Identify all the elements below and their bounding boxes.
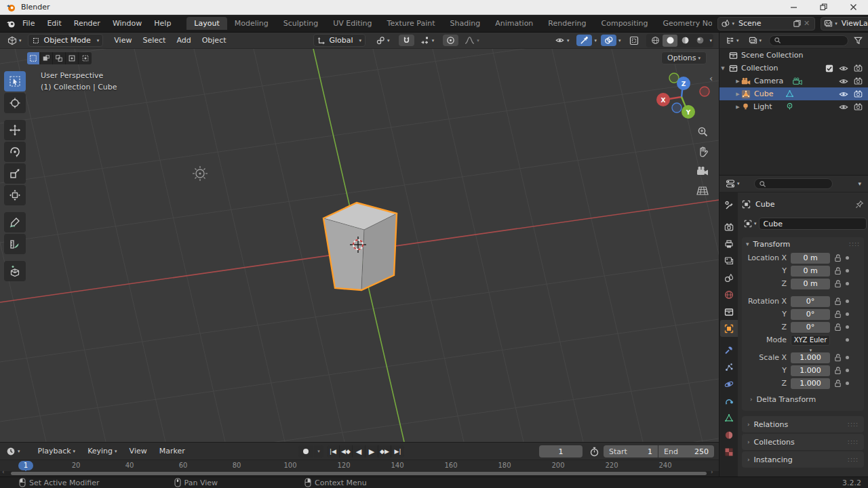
pivot-point-dropdown[interactable]: ▾ [372, 35, 393, 47]
disable-in-renders-camera-icon[interactable] [854, 102, 863, 111]
scale-z-field[interactable]: 1.000 [791, 378, 830, 389]
lock-icon[interactable] [834, 253, 842, 262]
unlink-scene-icon[interactable]: ✕ [804, 19, 810, 28]
tab-particles[interactable] [720, 359, 738, 375]
frame-end-field[interactable]: End 250 [658, 445, 714, 458]
minimize-button[interactable] [778, 0, 808, 15]
menu-object[interactable]: Object [197, 36, 232, 45]
workspace-tab-rendering[interactable]: Rendering [540, 17, 593, 30]
hide-in-viewport-eye-icon[interactable] [839, 89, 848, 99]
menu-select[interactable]: Select [137, 36, 171, 45]
show-gizmo-toggle[interactable] [576, 35, 592, 46]
editor-type-dropdown[interactable]: ▾ [4, 35, 25, 47]
next-keyframe-button[interactable]: ◆▶ [378, 445, 391, 458]
lock-icon[interactable] [834, 279, 842, 288]
tab-scene[interactable] [720, 269, 738, 286]
tool-transform[interactable] [4, 185, 26, 205]
shading-solid-button[interactable] [663, 35, 677, 47]
location-z-field[interactable]: 0 m [791, 279, 830, 289]
collapse-panel-arrow[interactable]: ‹ [709, 73, 713, 83]
transform-orientation-dropdown[interactable]: Global ▾ [313, 34, 366, 47]
gizmo-axis-neg-z[interactable] [672, 103, 682, 113]
scale-y-field[interactable]: 1.000 [791, 365, 830, 376]
menu-add[interactable]: Add [171, 36, 196, 45]
lock-icon[interactable] [834, 353, 842, 362]
menu-view[interactable]: View [108, 36, 137, 45]
tool-measure[interactable] [4, 234, 26, 254]
relations-panel[interactable]: › Relations :::: [742, 416, 864, 432]
restore-button[interactable] [808, 0, 838, 15]
toggle-xray[interactable] [626, 35, 642, 47]
proportional-falloff-dropdown[interactable]: ▾ [461, 35, 483, 46]
tab-render[interactable] [720, 218, 738, 235]
menu-edit[interactable]: Edit [41, 19, 67, 28]
instancing-panel[interactable]: › Instancing :::: [742, 451, 864, 468]
menu-view-timeline[interactable]: View [123, 447, 153, 455]
panel-grip-icon[interactable]: :::: [848, 439, 859, 445]
lock-icon[interactable] [834, 310, 842, 319]
menu-keying[interactable]: Keying▾ [81, 447, 123, 455]
snap-toggle[interactable] [399, 35, 414, 46]
tool-move[interactable] [4, 120, 26, 140]
snap-target-dropdown[interactable]: ▾ [417, 35, 438, 47]
new-scene-icon[interactable] [793, 19, 802, 28]
rotation-y-field[interactable]: 0° [791, 309, 830, 320]
animate-dot[interactable] [846, 356, 849, 359]
menu-help[interactable]: Help [148, 19, 177, 28]
show-object-types-dropdown[interactable]: ▾ [551, 35, 573, 46]
workspace-tab-shading[interactable]: Shading [443, 17, 488, 30]
scroll-left-arrow[interactable]: ‹ [2, 468, 5, 475]
3d-viewport[interactable]: User Perspective (1) Collection | Cube O… [0, 49, 719, 442]
zoom-icon[interactable] [694, 123, 711, 140]
animate-dot[interactable] [846, 312, 849, 316]
menu-playback[interactable]: Playback▾ [32, 447, 82, 455]
outliner-search-input[interactable] [781, 37, 844, 44]
tab-constraints[interactable] [720, 392, 738, 409]
perspective-grid-icon[interactable] [694, 182, 711, 199]
animate-dot[interactable] [846, 338, 849, 342]
light-object[interactable] [193, 166, 208, 181]
disable-in-renders-camera-icon[interactable] [854, 89, 863, 98]
outliner-filter-collection-dropdown[interactable]: ▾ [745, 35, 766, 46]
previous-keyframe-button[interactable]: ◀◆ [340, 445, 353, 458]
tab-modifiers[interactable] [720, 342, 738, 359]
tab-tool[interactable] [720, 197, 738, 214]
tab-output[interactable] [720, 235, 738, 252]
shading-dropdown[interactable]: ▾ [709, 38, 712, 43]
gizmo-axis-neg-x[interactable] [700, 87, 709, 96]
transform-panel-header[interactable]: ▾ Transform :::: [742, 237, 864, 251]
delta-transform-subpanel[interactable]: › Delta Transform [742, 393, 864, 405]
disclosure-closed-icon[interactable]: ▶ [734, 79, 741, 84]
lock-icon[interactable] [834, 366, 842, 375]
animate-dot[interactable] [846, 256, 849, 260]
gizmo-dropdown[interactable]: ▾ [594, 38, 597, 43]
scroll-right-arrow[interactable]: › [711, 468, 713, 475]
object-id-dropdown[interactable]: ▾ [742, 218, 759, 229]
select-mode-set[interactable] [27, 52, 40, 64]
use-preview-range-stopwatch-icon[interactable] [589, 447, 599, 457]
lock-icon[interactable] [834, 379, 842, 388]
show-overlays-toggle[interactable] [601, 35, 616, 46]
blender-app-icon[interactable] [5, 19, 16, 28]
shading-wireframe-button[interactable] [648, 35, 663, 47]
disclosure-closed-icon[interactable]: ▶ [734, 92, 741, 97]
jump-to-end-button[interactable]: ▶| [391, 445, 404, 458]
collections-panel[interactable]: › Collections :::: [742, 434, 864, 450]
tab-physics[interactable] [720, 375, 738, 392]
workspace-tab-sculpting[interactable]: Sculpting [276, 17, 326, 30]
rotation-mode-select[interactable]: XYZ Euler ▾ [791, 335, 830, 346]
pin-icon[interactable] [855, 200, 864, 209]
workspace-tab-texture-paint[interactable]: Texture Paint [380, 17, 443, 30]
lock-icon[interactable] [834, 323, 842, 331]
auto-keying-dropdown[interactable]: ▾ [314, 445, 323, 458]
viewlayer-name[interactable]: ViewLayer [837, 19, 868, 28]
workspace-tab-uv-editing[interactable]: UV Editing [326, 17, 379, 30]
menu-render[interactable]: Render [68, 19, 106, 28]
play-reverse-button[interactable]: ◀ [353, 445, 366, 458]
play-button[interactable]: ▶ [366, 445, 378, 458]
breadcrumb-object-name[interactable]: Cube [755, 200, 774, 209]
menu-marker[interactable]: Marker [153, 447, 191, 455]
viewlayer-selector[interactable]: ▾ ViewLayer ✕ [821, 17, 868, 30]
workspace-tab-geometry-nodes[interactable]: Geometry Noc [655, 17, 712, 30]
tab-world[interactable] [720, 286, 738, 303]
